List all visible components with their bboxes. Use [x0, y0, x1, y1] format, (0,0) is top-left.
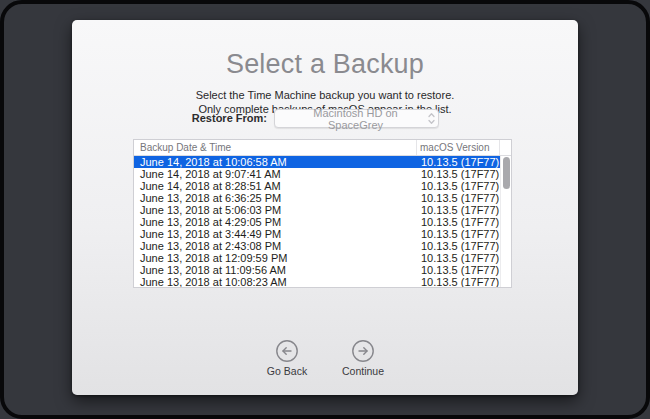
- macos-version: 10.13.5 (17F77): [417, 276, 501, 288]
- page-title: Select a Backup: [72, 49, 578, 80]
- table-row[interactable]: June 13, 2018 at 3:44:49 PM 10.13.5 (17F…: [134, 228, 501, 240]
- subtitle-line-1: Select the Time Machine backup you want …: [72, 88, 578, 102]
- table-header-row: Backup Date & Time macOS Version: [134, 140, 511, 156]
- table-row[interactable]: June 13, 2018 at 6:36:25 PM 10.13.5 (17F…: [134, 192, 501, 204]
- table-row[interactable]: June 14, 2018 at 9:07:41 AM 10.13.5 (17F…: [134, 168, 501, 180]
- backup-datetime: June 14, 2018 at 10:06:58 AM: [134, 156, 417, 168]
- macos-version: 10.13.5 (17F77): [417, 264, 501, 276]
- backup-datetime: June 13, 2018 at 6:36:25 PM: [134, 192, 417, 204]
- continue-label: Continue: [342, 365, 384, 377]
- backup-datetime: June 13, 2018 at 10:08:23 AM: [134, 276, 417, 288]
- scrollbar-track[interactable]: [500, 156, 511, 287]
- macos-version: 10.13.5 (17F77): [417, 204, 501, 216]
- table-row[interactable]: June 14, 2018 at 8:28:51 AM 10.13.5 (17F…: [134, 180, 501, 192]
- backup-datetime: June 13, 2018 at 11:09:56 AM: [134, 264, 417, 276]
- macos-version: 10.13.5 (17F77): [417, 252, 501, 264]
- go-back-label: Go Back: [267, 365, 307, 377]
- backup-datetime: June 13, 2018 at 2:43:08 PM: [134, 240, 417, 252]
- dropdown-selected-value: Macintosh HD on SpaceGrey: [275, 107, 424, 131]
- column-header-datetime: Backup Date & Time: [134, 140, 417, 155]
- column-header-version: macOS Version: [417, 140, 500, 155]
- restore-from-dropdown[interactable]: Macintosh HD on SpaceGrey: [274, 109, 439, 128]
- restore-from-label: Restore From:: [72, 109, 267, 128]
- backup-datetime: June 13, 2018 at 3:44:49 PM: [134, 228, 417, 240]
- restore-window: Select a Backup Select the Time Machine …: [72, 20, 578, 395]
- right-arrow-icon: [352, 340, 374, 362]
- table-row[interactable]: June 13, 2018 at 11:09:56 AM 10.13.5 (17…: [134, 264, 501, 276]
- table-row[interactable]: June 13, 2018 at 5:06:03 PM 10.13.5 (17F…: [134, 204, 501, 216]
- macos-version: 10.13.5 (17F77): [417, 240, 501, 252]
- table-row[interactable]: June 13, 2018 at 2:43:08 PM 10.13.5 (17F…: [134, 240, 501, 252]
- chevron-up-down-icon: [424, 110, 438, 127]
- backup-datetime: June 14, 2018 at 8:28:51 AM: [134, 180, 417, 192]
- backup-table: Backup Date & Time macOS Version June 14…: [133, 139, 512, 288]
- left-arrow-icon: [276, 340, 298, 362]
- backup-datetime: June 13, 2018 at 12:09:59 PM: [134, 252, 417, 264]
- table-row[interactable]: June 14, 2018 at 10:06:58 AM 10.13.5 (17…: [134, 156, 501, 168]
- macos-version: 10.13.5 (17F77): [417, 156, 501, 168]
- go-back-button[interactable]: Go Back: [247, 340, 327, 377]
- macos-version: 10.13.5 (17F77): [417, 228, 501, 240]
- macos-version: 10.13.5 (17F77): [417, 216, 501, 228]
- backup-datetime: June 13, 2018 at 5:06:03 PM: [134, 204, 417, 216]
- backup-datetime: June 14, 2018 at 9:07:41 AM: [134, 168, 417, 180]
- table-row[interactable]: June 13, 2018 at 12:09:59 PM 10.13.5 (17…: [134, 252, 501, 264]
- macos-version: 10.13.5 (17F77): [417, 168, 501, 180]
- continue-button[interactable]: Continue: [323, 340, 403, 377]
- backup-datetime: June 13, 2018 at 4:29:05 PM: [134, 216, 417, 228]
- table-body: June 14, 2018 at 10:06:58 AM 10.13.5 (17…: [134, 156, 501, 288]
- table-row[interactable]: June 13, 2018 at 4:29:05 PM 10.13.5 (17F…: [134, 216, 501, 228]
- table-row[interactable]: June 13, 2018 at 10:08:23 AM 10.13.5 (17…: [134, 276, 501, 288]
- macos-version: 10.13.5 (17F77): [417, 180, 501, 192]
- macos-version: 10.13.5 (17F77): [417, 192, 501, 204]
- scrollbar-thumb[interactable]: [503, 157, 510, 189]
